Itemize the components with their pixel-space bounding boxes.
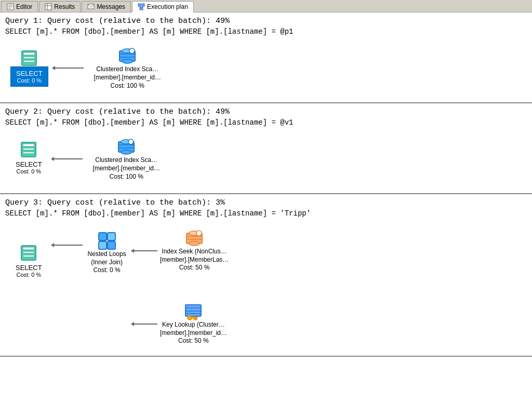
svg-rect-25: [23, 144, 34, 146]
tab-messages[interactable]: Messages: [82, 1, 131, 12]
svg-rect-36: [23, 247, 34, 250]
query2-select-cost: Cost: 0 %: [16, 168, 41, 174]
select-table-icon: [21, 50, 37, 66]
query3-select-label: SELECT: [16, 264, 42, 272]
query3-sql: SELECT [m].* FROM [dbo].[member] AS [m] …: [5, 209, 527, 218]
query3-plan: SELECT Cost: 0 % Nested Loops (Inner Joi…: [5, 224, 527, 347]
query3-branch-bottom: Key Lookup (Cluster… [member].[member_id…: [131, 302, 229, 344]
clustered-scan-icon: [118, 47, 137, 65]
tabs-bar: Editor Results Messages Execution plan: [0, 0, 532, 12]
svg-rect-27: [23, 152, 34, 154]
query2-header: Query 2: Query cost (relative to the bat…: [5, 107, 527, 116]
query3-key-lookup-node: Key Lookup (Cluster… [member].[member_id…: [160, 302, 227, 344]
svg-point-21: [122, 59, 132, 63]
query2-op-sublabel: [member].[member_id…: [93, 165, 160, 173]
query3-arrow3: [131, 324, 157, 325]
query3-branches: Index Seek (NonClus… [member].[MemberLas…: [131, 229, 229, 344]
query3-seek-sublabel: [member].[MemberLas…: [160, 256, 229, 264]
query3-arrow1: [51, 245, 83, 246]
query1-select-cost: Cost: 0 %: [17, 77, 42, 84]
query3-lookup-label: Key Lookup (Cluster…: [162, 321, 225, 329]
tab-execution-plan-label: Execution plan: [147, 3, 188, 10]
query3-nested-label: Nested Loops: [88, 250, 126, 259]
query1-op-sublabel: [member].[member_id…: [94, 74, 161, 82]
query3-index-seek-node: Index Seek (NonClus… [member].[MemberLas…: [160, 229, 229, 271]
query3-arrow-line1: [51, 245, 83, 246]
query3-arrow2: [131, 250, 157, 251]
query-block-3: Query 3: Query cost (relative to the bat…: [0, 194, 532, 357]
query3-lookup-sublabel: [member].[member_id…: [160, 329, 227, 338]
query3-header: Query 3: Query cost (relative to the bat…: [5, 198, 527, 207]
svg-rect-57: [194, 318, 195, 320]
svg-rect-9: [142, 4, 144, 6]
svg-rect-16: [23, 60, 35, 62]
clustered-scan-icon-2: [117, 138, 136, 156]
svg-rect-39: [99, 233, 107, 240]
content-area: Query 1: Query cost (relative to the bat…: [0, 12, 532, 404]
index-seek-icon: [185, 229, 204, 248]
query2-sql: SELECT [m].* FROM [dbo].[member] AS [m] …: [5, 118, 527, 127]
query1-header: Query 1: Query cost (relative to the bat…: [5, 17, 527, 25]
query1-arrow-line: [52, 68, 84, 69]
query2-clustered-node: Clustered Index Sca… [member].[member_id…: [93, 138, 160, 180]
query3-seek-cost: Cost: 50 %: [179, 264, 210, 271]
query2-arrow-line: [51, 158, 83, 159]
tab-messages-label: Messages: [97, 3, 125, 10]
query2-op-cost: Cost: 100 %: [110, 173, 143, 180]
key-lookup-icon: [184, 302, 203, 321]
tab-results[interactable]: Results: [39, 1, 81, 12]
select-table-icon-3: [20, 245, 37, 261]
query-block-2: Query 2: Query cost (relative to the bat…: [0, 103, 532, 194]
query2-op-label: Clustered Index Sca…: [95, 156, 157, 165]
query3-branch-top: Index Seek (NonClus… [member].[MemberLas…: [131, 229, 229, 271]
query3-select-node: SELECT Cost: 0 %: [10, 245, 47, 280]
query-block-1: Query 1: Query cost (relative to the bat…: [0, 12, 532, 103]
query3-nested-sublabel: (Inner Join): [91, 259, 123, 267]
query1-op-cost: Cost: 100 %: [111, 82, 144, 89]
svg-rect-37: [23, 251, 34, 253]
editor-icon: [7, 3, 14, 10]
svg-rect-42: [108, 241, 115, 249]
query3-nested-node: Nested Loops (Inner Join) Cost: 0 %: [88, 232, 126, 274]
svg-rect-50: [185, 305, 201, 316]
query1-select-box: SELECT Cost: 0 %: [10, 66, 48, 87]
results-icon: [45, 3, 52, 10]
svg-rect-38: [23, 255, 34, 257]
query2-arrow: [51, 158, 83, 159]
query1-op-label: Clustered Index Sca…: [96, 65, 158, 74]
query3-select-cost: Cost: 0 %: [16, 272, 41, 278]
query1-plan: SELECT Cost: 0 %: [5, 42, 527, 94]
execution-plan-icon: [138, 3, 145, 10]
tab-editor-label: Editor: [16, 3, 32, 10]
query2-select-node: SELECT Cost: 0 %: [10, 141, 47, 177]
query1-sql: SELECT [m].* FROM [dbo].[member] AS [m] …: [5, 28, 527, 36]
svg-rect-26: [23, 148, 34, 150]
messages-icon: [87, 3, 95, 10]
svg-point-32: [121, 150, 131, 154]
query1-arrow: [52, 68, 84, 69]
query2-select-box: SELECT Cost: 0 %: [10, 158, 47, 177]
svg-point-47: [189, 241, 200, 246]
svg-rect-14: [23, 52, 35, 55]
query3-lookup-cost: Cost: 50 %: [178, 337, 209, 344]
nested-loops-icon: [98, 232, 116, 250]
query1-clustered-node: Clustered Index Sca… [member].[member_id…: [94, 47, 161, 89]
svg-rect-41: [99, 241, 107, 249]
query2-plan: SELECT Cost: 0 % Clustered Index Sca…: [5, 133, 527, 185]
query1-select-node: SELECT Cost: 0 %: [10, 50, 48, 87]
svg-rect-15: [23, 57, 35, 59]
query2-select-label: SELECT: [16, 160, 42, 168]
select-table-icon-2: [20, 141, 37, 158]
tab-editor[interactable]: Editor: [1, 1, 38, 12]
svg-rect-4: [45, 4, 51, 10]
query3-seek-label: Index Seek (NonClus…: [162, 248, 227, 256]
query1-select-label: SELECT: [16, 70, 43, 77]
query3-nested-cost: Cost: 0 %: [94, 266, 121, 274]
svg-rect-8: [138, 4, 141, 6]
tab-execution-plan[interactable]: Execution plan: [132, 1, 194, 12]
svg-rect-40: [108, 233, 115, 240]
query3-select-box: SELECT Cost: 0 %: [10, 261, 47, 280]
tab-results-label: Results: [54, 3, 75, 10]
